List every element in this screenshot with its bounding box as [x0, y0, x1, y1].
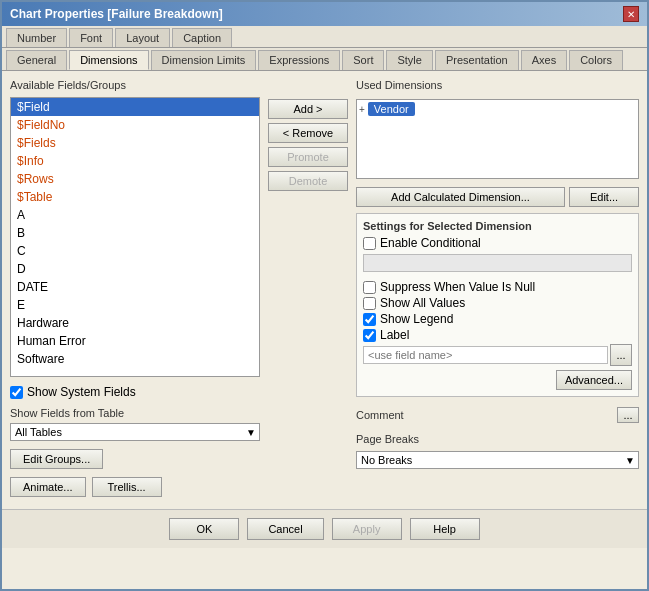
show-all-values-label: Show All Values — [380, 296, 465, 310]
enable-conditional-label: Enable Conditional — [380, 236, 481, 250]
cancel-button[interactable]: Cancel — [247, 518, 323, 540]
table-dropdown-wrap: All Tables ▼ — [10, 423, 260, 441]
field-item-b[interactable]: B — [11, 224, 259, 242]
page-breaks-label: Page Breaks — [356, 433, 419, 445]
enable-conditional-checkbox[interactable] — [363, 237, 376, 250]
tab-number[interactable]: Number — [6, 28, 67, 47]
add-calculated-dimension-button[interactable]: Add Calculated Dimension... — [356, 187, 565, 207]
title-bar: Chart Properties [Failure Breakdown] ✕ — [2, 2, 647, 26]
promote-button[interactable]: Promote — [268, 147, 348, 167]
tab-sort[interactable]: Sort — [342, 50, 384, 70]
label-input-row: ... — [363, 344, 632, 366]
edit-groups-button[interactable]: Edit Groups... — [10, 449, 103, 469]
field-item-human-error[interactable]: Human Error — [11, 332, 259, 350]
show-legend-label: Show Legend — [380, 312, 453, 326]
tab-general[interactable]: General — [6, 50, 67, 70]
enable-conditional-row: Enable Conditional — [363, 236, 632, 250]
bottom-tab-row: General Dimensions Dimension Limits Expr… — [2, 48, 647, 71]
field-item-field[interactable]: $Field — [11, 98, 259, 116]
middle-panel: Add > < Remove Promote Demote — [268, 79, 348, 497]
tab-dimensions[interactable]: Dimensions — [69, 50, 148, 70]
label-row: Label — [363, 328, 632, 342]
fields-list[interactable]: $Field $FieldNo $Fields $Info $Rows $Tab… — [10, 97, 260, 377]
settings-group: Settings for Selected Dimension Enable C… — [356, 213, 639, 397]
field-item-e[interactable]: E — [11, 296, 259, 314]
top-tab-row: Number Font Layout Caption — [2, 26, 647, 48]
page-breaks-dropdown-wrap: No Breaks ▼ — [356, 451, 639, 469]
calc-dimension-row: Add Calculated Dimension... Edit... — [356, 187, 639, 207]
field-item-a[interactable]: A — [11, 206, 259, 224]
demote-button[interactable]: Demote — [268, 171, 348, 191]
ok-button[interactable]: OK — [169, 518, 239, 540]
suppress-null-row: Suppress When Value Is Null — [363, 280, 632, 294]
page-breaks-dropdown[interactable]: No Breaks — [356, 451, 639, 469]
window-title: Chart Properties [Failure Breakdown] — [10, 7, 223, 21]
page-breaks-row: Page Breaks — [356, 433, 639, 445]
close-button[interactable]: ✕ — [623, 6, 639, 22]
table-dropdown[interactable]: All Tables — [10, 423, 260, 441]
label-input[interactable] — [363, 346, 608, 364]
used-dimension-item: + Vendor — [359, 102, 636, 116]
used-dimensions-label: Used Dimensions — [356, 79, 639, 91]
left-panel: Available Fields/Groups $Field $FieldNo … — [10, 79, 260, 497]
tab-layout[interactable]: Layout — [115, 28, 170, 47]
label-label: Label — [380, 328, 409, 342]
show-legend-row: Show Legend — [363, 312, 632, 326]
main-row: Available Fields/Groups $Field $FieldNo … — [10, 79, 639, 497]
label-browse-button[interactable]: ... — [610, 344, 632, 366]
field-item-d[interactable]: D — [11, 260, 259, 278]
show-system-fields-label: Show System Fields — [27, 385, 136, 399]
settings-title: Settings for Selected Dimension — [363, 220, 632, 232]
apply-button[interactable]: Apply — [332, 518, 402, 540]
conditional-input[interactable] — [363, 254, 632, 272]
field-item-table[interactable]: $Table — [11, 188, 259, 206]
edit-groups-row: Edit Groups... — [10, 449, 260, 469]
window: Chart Properties [Failure Breakdown] ✕ N… — [0, 0, 649, 591]
show-all-values-checkbox[interactable] — [363, 297, 376, 310]
show-all-values-row: Show All Values — [363, 296, 632, 310]
field-item-hardware[interactable]: Hardware — [11, 314, 259, 332]
main-content: Available Fields/Groups $Field $FieldNo … — [2, 71, 647, 505]
tab-dimension-limits[interactable]: Dimension Limits — [151, 50, 257, 70]
bottom-bar: OK Cancel Apply Help — [2, 509, 647, 548]
expand-icon[interactable]: + — [359, 104, 365, 115]
edit-dimension-button[interactable]: Edit... — [569, 187, 639, 207]
help-button[interactable]: Help — [410, 518, 480, 540]
dimension-chip[interactable]: Vendor — [368, 102, 415, 116]
used-dimensions-list[interactable]: + Vendor — [356, 99, 639, 179]
fields-label: Available Fields/Groups — [10, 79, 260, 91]
trellis-button[interactable]: Trellis... — [92, 477, 162, 497]
label-checkbox[interactable] — [363, 329, 376, 342]
comment-label: Comment — [356, 409, 404, 421]
show-system-fields-checkbox[interactable] — [10, 386, 23, 399]
comment-row: Comment ... — [356, 407, 639, 423]
show-fields-label: Show Fields from Table — [10, 407, 260, 419]
animate-button[interactable]: Animate... — [10, 477, 86, 497]
comment-button[interactable]: ... — [617, 407, 639, 423]
show-system-fields-row: Show System Fields — [10, 385, 260, 399]
advanced-button[interactable]: Advanced... — [556, 370, 632, 390]
suppress-null-label: Suppress When Value Is Null — [380, 280, 535, 294]
tab-style[interactable]: Style — [386, 50, 432, 70]
animate-trellis-row: Animate... Trellis... — [10, 477, 260, 497]
suppress-null-checkbox[interactable] — [363, 281, 376, 294]
field-item-c[interactable]: C — [11, 242, 259, 260]
field-item-info[interactable]: $Info — [11, 152, 259, 170]
tab-presentation[interactable]: Presentation — [435, 50, 519, 70]
tab-caption[interactable]: Caption — [172, 28, 232, 47]
show-legend-checkbox[interactable] — [363, 313, 376, 326]
remove-button[interactable]: < Remove — [268, 123, 348, 143]
field-item-fields[interactable]: $Fields — [11, 134, 259, 152]
field-item-rows[interactable]: $Rows — [11, 170, 259, 188]
tab-expressions[interactable]: Expressions — [258, 50, 340, 70]
tab-colors[interactable]: Colors — [569, 50, 623, 70]
tab-font[interactable]: Font — [69, 28, 113, 47]
conditional-input-row — [363, 252, 632, 274]
field-item-software[interactable]: Software — [11, 350, 259, 368]
add-button[interactable]: Add > — [268, 99, 348, 119]
right-panel: Used Dimensions + Vendor Add Calculated … — [356, 79, 639, 497]
field-item-fieldno[interactable]: $FieldNo — [11, 116, 259, 134]
field-item-date[interactable]: DATE — [11, 278, 259, 296]
tab-axes[interactable]: Axes — [521, 50, 567, 70]
